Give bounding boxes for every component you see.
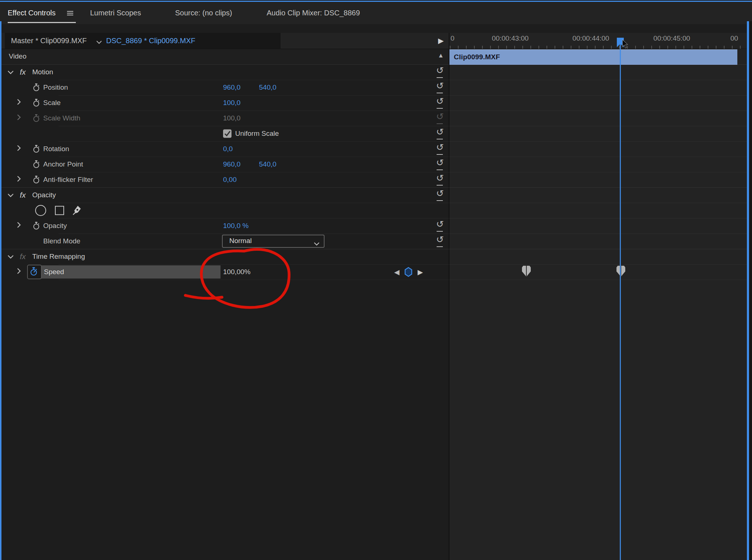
twirl-closed-icon[interactable]: [17, 268, 21, 276]
master-clip-breadcrumb[interactable]: Master * Clip0099.MXF: [11, 37, 87, 45]
twirl-open-icon[interactable]: [7, 68, 14, 76]
video-section-header: Video ▲: [0, 49, 449, 64]
reset-parameter-icon[interactable]: ↺: [434, 158, 445, 170]
speed-value[interactable]: 100,00%: [223, 268, 251, 276]
chevron-down-icon: [314, 239, 319, 247]
scroll-up-icon[interactable]: ▲: [438, 52, 444, 59]
ruler-tick-label: 00: [730, 34, 738, 42]
effect-controls-panel: Effect Controls Lumetri Scopes Source: (…: [0, 0, 752, 560]
property-label: Scale Width: [43, 114, 80, 122]
stopwatch-icon[interactable]: [33, 145, 40, 153]
scale-width-value: 100,0: [223, 114, 241, 122]
fx-badge: fx: [20, 252, 26, 261]
twirl-closed-icon[interactable]: [17, 114, 21, 123]
panel-menu-icon[interactable]: [67, 11, 73, 16]
stopwatch-icon[interactable]: [33, 98, 40, 107]
previous-keyframe-icon[interactable]: ◀: [394, 268, 400, 276]
effect-header-time-remapping[interactable]: fx Time Remapping: [0, 249, 449, 264]
next-keyframe-icon[interactable]: ▶: [418, 268, 423, 276]
reset-parameter-icon: ↺: [434, 112, 445, 124]
anchor-x-value[interactable]: 960,0: [223, 160, 241, 168]
effect-header-motion[interactable]: fx Motion ↺: [0, 64, 449, 80]
property-label: Speed: [44, 268, 64, 276]
reset-parameter-icon[interactable]: ↺: [434, 128, 445, 139]
panel-splitter[interactable]: [449, 33, 449, 560]
anchor-y-value[interactable]: 540,0: [259, 160, 277, 168]
ruler-tick-label: 00:00:45:00: [653, 34, 690, 42]
position-y-value[interactable]: 540,0: [259, 83, 277, 92]
twirl-open-icon[interactable]: [7, 253, 14, 261]
ruler-tick-label: 00:00:43:00: [492, 34, 529, 42]
reset-effect-icon[interactable]: ↺: [434, 189, 445, 201]
timeline-clip[interactable]: Clip0099.MXF: [449, 49, 737, 65]
reset-effect-icon[interactable]: ↺: [434, 66, 445, 78]
twirl-open-icon[interactable]: [7, 191, 14, 199]
property-row-rotation: Rotation 0,0 ↺: [0, 141, 449, 157]
reset-parameter-icon[interactable]: ↺: [434, 220, 445, 232]
tab-label: Effect Controls: [8, 9, 56, 17]
chevron-down-icon[interactable]: [96, 38, 102, 46]
opacity-value[interactable]: 100,0 %: [223, 222, 249, 230]
property-row-uniform-scale: Uniform Scale ↺: [0, 126, 449, 141]
property-row-position: Position 960,0 540,0 ↺: [0, 80, 449, 95]
tab-audio-clip-mixer[interactable]: Audio Clip Mixer: DSC_8869: [267, 2, 360, 24]
active-tab-underline: [8, 22, 76, 23]
tab-label: Audio Clip Mixer: DSC_8869: [267, 9, 360, 17]
uniform-scale-checkbox[interactable]: [223, 130, 231, 138]
pen-mask-icon[interactable]: [72, 205, 82, 216]
property-row-scale: Scale 100,0 ↺: [0, 95, 449, 111]
timeline-ruler[interactable]: 0 00:00:43:00 00:00:44:00 00:00:45:00 00: [449, 33, 747, 49]
property-label: Anti-flicker Filter: [43, 176, 93, 184]
effect-name-label: Opacity: [32, 191, 56, 199]
stopwatch-icon[interactable]: [33, 83, 40, 92]
tab-effect-controls[interactable]: Effect Controls: [8, 2, 56, 24]
blend-mode-selected-value: Normal: [229, 237, 252, 245]
tab-source[interactable]: Source: (no clips): [175, 2, 232, 24]
anti-flicker-value[interactable]: 0,00: [223, 176, 237, 184]
fx-badge: fx: [20, 191, 26, 199]
effects-timeline-area: [449, 33, 747, 560]
reset-parameter-icon[interactable]: ↺: [434, 82, 445, 93]
playhead-line[interactable]: [620, 44, 621, 560]
stopwatch-icon[interactable]: [33, 175, 40, 184]
add-keyframe-icon[interactable]: [404, 267, 413, 277]
reset-parameter-icon[interactable]: ↺: [434, 97, 445, 109]
scale-value[interactable]: 100,0: [223, 99, 241, 107]
stopwatch-icon[interactable]: [33, 160, 40, 169]
right-edge-gutter: [749, 21, 752, 560]
twirl-closed-icon[interactable]: [17, 222, 21, 230]
sequence-clip-breadcrumb[interactable]: DSC_8869 * Clip0099.MXF: [106, 37, 195, 45]
twirl-closed-icon[interactable]: [17, 176, 21, 184]
effect-name-label: Motion: [32, 68, 53, 76]
mouse-cursor: [622, 40, 629, 49]
effect-header-opacity[interactable]: fx Opacity ↺: [0, 187, 449, 203]
property-row-scale-width: Scale Width 100,0 ↺: [0, 111, 449, 126]
video-section-label: Video: [9, 52, 26, 60]
stopwatch-icon[interactable]: [33, 221, 40, 230]
fx-badge: fx: [20, 68, 26, 76]
reset-parameter-icon[interactable]: ↺: [434, 235, 445, 247]
speed-stopwatch-button[interactable]: [27, 265, 42, 279]
panel-focus-border-right: [747, 21, 749, 560]
property-label: Anchor Point: [43, 160, 83, 168]
property-row-speed: Speed 100,00% ◀ ▶: [0, 264, 449, 280]
position-x-value[interactable]: 960,0: [223, 83, 241, 92]
rotation-value[interactable]: 0,0: [223, 145, 233, 153]
effect-name-label: Time Remapping: [32, 253, 85, 261]
ruler-tick-label: 00:00:44:00: [573, 34, 609, 42]
panel-tab-bar: Effect Controls Lumetri Scopes Source: (…: [0, 2, 752, 24]
rectangle-mask-icon[interactable]: [55, 206, 64, 215]
twirl-closed-icon[interactable]: [17, 99, 21, 107]
tab-lumetri-scopes[interactable]: Lumetri Scopes: [90, 2, 141, 24]
property-label: Scale: [43, 99, 61, 107]
reset-parameter-icon[interactable]: ↺: [434, 143, 445, 155]
clip-selector-box: Master * Clip0099.MXF DSC_8869 * Clip009…: [5, 33, 281, 49]
property-label: Opacity: [43, 222, 67, 230]
speed-track-highlight[interactable]: [41, 265, 221, 279]
reset-parameter-icon[interactable]: ↺: [434, 174, 445, 186]
twirl-closed-icon[interactable]: [17, 145, 21, 153]
blend-mode-dropdown[interactable]: Normal: [222, 235, 325, 248]
ruler-ticks: [449, 42, 747, 49]
play-effect-icon[interactable]: ▶: [438, 36, 444, 45]
ellipse-mask-icon[interactable]: [35, 205, 46, 216]
